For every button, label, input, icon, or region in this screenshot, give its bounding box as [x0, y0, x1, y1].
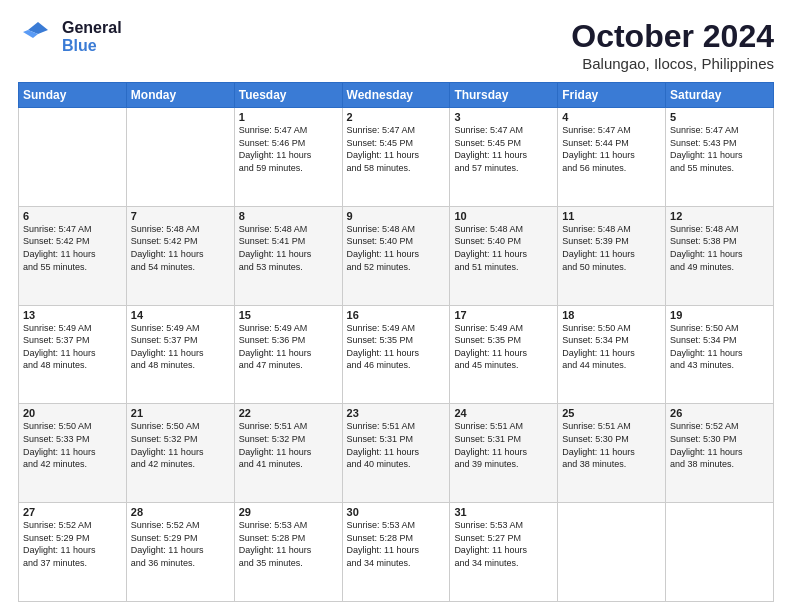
day-number: 29 — [239, 506, 338, 518]
table-row: 20Sunrise: 5:50 AM Sunset: 5:33 PM Dayli… — [19, 404, 127, 503]
page-title: October 2024 — [571, 18, 774, 55]
day-number: 28 — [131, 506, 230, 518]
table-row — [558, 503, 666, 602]
day-info: Sunrise: 5:52 AM Sunset: 5:29 PM Dayligh… — [131, 519, 230, 569]
day-number: 10 — [454, 210, 553, 222]
table-row: 3Sunrise: 5:47 AM Sunset: 5:45 PM Daylig… — [450, 108, 558, 207]
day-info: Sunrise: 5:49 AM Sunset: 5:35 PM Dayligh… — [347, 322, 446, 372]
table-row: 30Sunrise: 5:53 AM Sunset: 5:28 PM Dayli… — [342, 503, 450, 602]
header-sunday: Sunday — [19, 83, 127, 108]
day-number: 12 — [670, 210, 769, 222]
table-row: 14Sunrise: 5:49 AM Sunset: 5:37 PM Dayli… — [126, 305, 234, 404]
table-row — [666, 503, 774, 602]
day-info: Sunrise: 5:47 AM Sunset: 5:42 PM Dayligh… — [23, 223, 122, 273]
table-row: 26Sunrise: 5:52 AM Sunset: 5:30 PM Dayli… — [666, 404, 774, 503]
day-info: Sunrise: 5:48 AM Sunset: 5:41 PM Dayligh… — [239, 223, 338, 273]
calendar-week-row: 20Sunrise: 5:50 AM Sunset: 5:33 PM Dayli… — [19, 404, 774, 503]
day-info: Sunrise: 5:51 AM Sunset: 5:31 PM Dayligh… — [454, 420, 553, 470]
day-number: 13 — [23, 309, 122, 321]
header-tuesday: Tuesday — [234, 83, 342, 108]
calendar-week-row: 1Sunrise: 5:47 AM Sunset: 5:46 PM Daylig… — [19, 108, 774, 207]
day-info: Sunrise: 5:48 AM Sunset: 5:40 PM Dayligh… — [347, 223, 446, 273]
table-row: 1Sunrise: 5:47 AM Sunset: 5:46 PM Daylig… — [234, 108, 342, 207]
day-number: 7 — [131, 210, 230, 222]
table-row — [126, 108, 234, 207]
header-thursday: Thursday — [450, 83, 558, 108]
day-info: Sunrise: 5:52 AM Sunset: 5:30 PM Dayligh… — [670, 420, 769, 470]
table-row: 18Sunrise: 5:50 AM Sunset: 5:34 PM Dayli… — [558, 305, 666, 404]
calendar-week-row: 6Sunrise: 5:47 AM Sunset: 5:42 PM Daylig… — [19, 206, 774, 305]
day-info: Sunrise: 5:49 AM Sunset: 5:37 PM Dayligh… — [131, 322, 230, 372]
day-number: 30 — [347, 506, 446, 518]
table-row: 31Sunrise: 5:53 AM Sunset: 5:27 PM Dayli… — [450, 503, 558, 602]
table-row: 6Sunrise: 5:47 AM Sunset: 5:42 PM Daylig… — [19, 206, 127, 305]
logo-blue: Blue — [62, 37, 122, 55]
day-number: 15 — [239, 309, 338, 321]
calendar-table: Sunday Monday Tuesday Wednesday Thursday… — [18, 82, 774, 602]
table-row: 22Sunrise: 5:51 AM Sunset: 5:32 PM Dayli… — [234, 404, 342, 503]
day-info: Sunrise: 5:48 AM Sunset: 5:39 PM Dayligh… — [562, 223, 661, 273]
day-info: Sunrise: 5:49 AM Sunset: 5:36 PM Dayligh… — [239, 322, 338, 372]
table-row: 7Sunrise: 5:48 AM Sunset: 5:42 PM Daylig… — [126, 206, 234, 305]
day-number: 2 — [347, 111, 446, 123]
table-row: 9Sunrise: 5:48 AM Sunset: 5:40 PM Daylig… — [342, 206, 450, 305]
table-row: 23Sunrise: 5:51 AM Sunset: 5:31 PM Dayli… — [342, 404, 450, 503]
calendar-week-row: 27Sunrise: 5:52 AM Sunset: 5:29 PM Dayli… — [19, 503, 774, 602]
day-info: Sunrise: 5:47 AM Sunset: 5:45 PM Dayligh… — [454, 124, 553, 174]
day-number: 8 — [239, 210, 338, 222]
day-number: 20 — [23, 407, 122, 419]
day-number: 5 — [670, 111, 769, 123]
table-row — [19, 108, 127, 207]
day-info: Sunrise: 5:50 AM Sunset: 5:33 PM Dayligh… — [23, 420, 122, 470]
table-row: 16Sunrise: 5:49 AM Sunset: 5:35 PM Dayli… — [342, 305, 450, 404]
logo-general: General — [62, 19, 122, 37]
day-info: Sunrise: 5:47 AM Sunset: 5:43 PM Dayligh… — [670, 124, 769, 174]
table-row: 21Sunrise: 5:50 AM Sunset: 5:32 PM Dayli… — [126, 404, 234, 503]
day-number: 26 — [670, 407, 769, 419]
table-row: 10Sunrise: 5:48 AM Sunset: 5:40 PM Dayli… — [450, 206, 558, 305]
table-row: 17Sunrise: 5:49 AM Sunset: 5:35 PM Dayli… — [450, 305, 558, 404]
table-row: 29Sunrise: 5:53 AM Sunset: 5:28 PM Dayli… — [234, 503, 342, 602]
day-number: 4 — [562, 111, 661, 123]
day-number: 16 — [347, 309, 446, 321]
header-monday: Monday — [126, 83, 234, 108]
day-info: Sunrise: 5:49 AM Sunset: 5:35 PM Dayligh… — [454, 322, 553, 372]
day-number: 21 — [131, 407, 230, 419]
table-row: 2Sunrise: 5:47 AM Sunset: 5:45 PM Daylig… — [342, 108, 450, 207]
day-info: Sunrise: 5:47 AM Sunset: 5:44 PM Dayligh… — [562, 124, 661, 174]
header-wednesday: Wednesday — [342, 83, 450, 108]
day-number: 18 — [562, 309, 661, 321]
table-row: 8Sunrise: 5:48 AM Sunset: 5:41 PM Daylig… — [234, 206, 342, 305]
day-info: Sunrise: 5:51 AM Sunset: 5:30 PM Dayligh… — [562, 420, 661, 470]
table-row: 19Sunrise: 5:50 AM Sunset: 5:34 PM Dayli… — [666, 305, 774, 404]
logo: General Blue — [18, 18, 122, 56]
day-number: 19 — [670, 309, 769, 321]
table-row: 28Sunrise: 5:52 AM Sunset: 5:29 PM Dayli… — [126, 503, 234, 602]
day-number: 6 — [23, 210, 122, 222]
calendar-header-row: Sunday Monday Tuesday Wednesday Thursday… — [19, 83, 774, 108]
header: General Blue October 2024 Balungao, Iloc… — [18, 18, 774, 72]
day-info: Sunrise: 5:50 AM Sunset: 5:32 PM Dayligh… — [131, 420, 230, 470]
table-row: 24Sunrise: 5:51 AM Sunset: 5:31 PM Dayli… — [450, 404, 558, 503]
day-info: Sunrise: 5:47 AM Sunset: 5:45 PM Dayligh… — [347, 124, 446, 174]
table-row: 12Sunrise: 5:48 AM Sunset: 5:38 PM Dayli… — [666, 206, 774, 305]
day-info: Sunrise: 5:51 AM Sunset: 5:32 PM Dayligh… — [239, 420, 338, 470]
day-info: Sunrise: 5:53 AM Sunset: 5:28 PM Dayligh… — [239, 519, 338, 569]
day-info: Sunrise: 5:49 AM Sunset: 5:37 PM Dayligh… — [23, 322, 122, 372]
day-number: 31 — [454, 506, 553, 518]
table-row: 13Sunrise: 5:49 AM Sunset: 5:37 PM Dayli… — [19, 305, 127, 404]
day-info: Sunrise: 5:48 AM Sunset: 5:42 PM Dayligh… — [131, 223, 230, 273]
table-row: 15Sunrise: 5:49 AM Sunset: 5:36 PM Dayli… — [234, 305, 342, 404]
header-friday: Friday — [558, 83, 666, 108]
day-number: 23 — [347, 407, 446, 419]
day-number: 17 — [454, 309, 553, 321]
page-subtitle: Balungao, Ilocos, Philippines — [571, 55, 774, 72]
day-number: 9 — [347, 210, 446, 222]
day-number: 11 — [562, 210, 661, 222]
day-number: 14 — [131, 309, 230, 321]
day-info: Sunrise: 5:50 AM Sunset: 5:34 PM Dayligh… — [670, 322, 769, 372]
day-info: Sunrise: 5:52 AM Sunset: 5:29 PM Dayligh… — [23, 519, 122, 569]
day-info: Sunrise: 5:53 AM Sunset: 5:28 PM Dayligh… — [347, 519, 446, 569]
day-number: 3 — [454, 111, 553, 123]
day-number: 22 — [239, 407, 338, 419]
